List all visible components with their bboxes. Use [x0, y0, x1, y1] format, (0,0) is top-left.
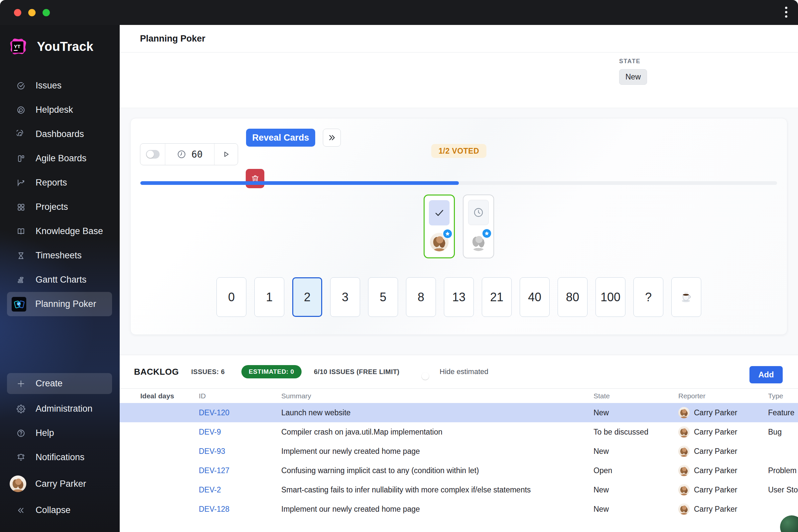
poker-card-0[interactable]: 0 — [216, 277, 246, 317]
voted-count-badge: 1/2 VOTED — [431, 144, 487, 158]
issue-id-link[interactable]: DEV-2 — [199, 486, 221, 494]
user-menu[interactable]: Carry Parker — [7, 470, 120, 498]
vote-progress-bar — [140, 181, 777, 185]
participant-card-voted[interactable] — [424, 194, 455, 258]
issue-id-link[interactable]: DEV-9 — [199, 428, 221, 437]
sidebar-item-label: Gantt Charts — [36, 274, 87, 285]
issue-state: New — [593, 408, 609, 417]
sidebar-item-label: Planning Poker — [35, 299, 96, 309]
poker-card-2-selected[interactable]: 2 — [292, 277, 322, 317]
column-header-ideal-days: Ideal days — [140, 392, 174, 400]
book-icon — [17, 227, 25, 236]
svg-text:YT: YT — [14, 43, 21, 49]
avatar — [678, 445, 690, 457]
plus-icon — [17, 379, 25, 388]
avatar — [678, 484, 690, 495]
issue-reporter: Carry Parker — [678, 484, 737, 495]
sidebar-nav: Issues Helpdesk Dashboards Agile Boards … — [0, 74, 120, 316]
poker-card-13[interactable]: 13 — [444, 277, 474, 317]
add-issue-button[interactable]: Add — [749, 366, 783, 383]
poker-card-40[interactable]: 40 — [520, 277, 550, 317]
issue-id-link[interactable]: DEV-120 — [199, 408, 229, 417]
table-row[interactable]: DEV-2 Smart-casting fails to infer nulla… — [120, 480, 798, 499]
issue-id-link[interactable]: DEV-127 — [199, 466, 229, 475]
zoom-window-button[interactable] — [42, 9, 50, 16]
state-value-badge[interactable]: New — [619, 69, 647, 85]
avatar — [678, 426, 690, 438]
sidebar-item-knowledge-base[interactable]: Knowledge Base — [7, 219, 112, 243]
timer-seconds-value[interactable]: 60 — [191, 149, 203, 160]
issue-summary: Compiler crash on java.util.Map implemen… — [281, 428, 442, 437]
sidebar-item-label: Projects — [36, 202, 68, 212]
sidebar-item-label: Administration — [36, 404, 92, 414]
issue-summary: Confusing warning implicit cast to any (… — [281, 466, 479, 475]
more-actions-button[interactable] — [323, 129, 341, 147]
sidebar-item-agile-boards[interactable]: Agile Boards — [7, 146, 112, 171]
kebab-menu-icon[interactable] — [785, 7, 787, 18]
sidebar-item-gantt-charts[interactable]: Gantt Charts — [7, 268, 112, 292]
issue-id-link[interactable]: DEV-128 — [199, 505, 229, 514]
gantt-icon — [17, 276, 25, 284]
poker-card-3[interactable]: 3 — [330, 277, 360, 317]
reveal-cards-button[interactable]: Reveal Cards — [246, 129, 315, 147]
page-title: Planning Poker — [140, 34, 206, 44]
youtrack-logo[interactable]: YT YouTrack — [7, 36, 120, 58]
window-controls — [0, 9, 50, 16]
avatar — [678, 407, 690, 418]
sidebar-item-helpdesk[interactable]: Helpdesk — [7, 98, 112, 122]
sidebar-item-label: Agile Boards — [36, 153, 87, 164]
delete-round-button[interactable] — [246, 169, 264, 188]
timer-toggle[interactable] — [146, 150, 159, 158]
create-button[interactable]: Create — [7, 373, 112, 394]
poker-card-coffee[interactable] — [671, 277, 701, 317]
sidebar-item-timesheets[interactable]: Timesheets — [7, 243, 112, 268]
issue-state: To be discussed — [593, 428, 648, 437]
table-row[interactable]: DEV-120 Launch new website New Carry Par… — [120, 403, 798, 422]
poker-card-8[interactable]: 8 — [406, 277, 436, 317]
poker-card-21[interactable]: 21 — [482, 277, 512, 317]
sidebar-item-notifications[interactable]: Notifications — [7, 445, 112, 470]
sidebar-item-administration[interactable]: Administration — [7, 397, 112, 421]
sidebar-item-issues[interactable]: Issues — [7, 74, 112, 98]
sidebar-item-label: Dashboards — [36, 129, 84, 139]
grid-icon — [17, 203, 25, 211]
backlog-table-header: Ideal days ID Summary State Reporter Typ… — [120, 388, 798, 403]
start-timer-button[interactable] — [214, 144, 238, 165]
minimize-window-button[interactable] — [28, 9, 36, 16]
reporter-name: Carry Parker — [694, 466, 737, 475]
sidebar-item-planning-poker[interactable]: Planning Poker — [7, 292, 112, 316]
coffee-icon — [680, 291, 693, 304]
avatar — [678, 504, 690, 515]
sidebar-item-projects[interactable]: Projects — [7, 195, 112, 219]
poker-card-5[interactable]: 5 — [368, 277, 398, 317]
sidebar-item-dashboards[interactable]: Dashboards — [7, 122, 112, 146]
table-row[interactable]: DEV-9 Compiler crash on java.util.Map im… — [120, 422, 798, 441]
play-icon — [222, 150, 231, 159]
sidebar-item-reports[interactable]: Reports — [7, 171, 112, 195]
participant-card-waiting[interactable] — [463, 194, 494, 258]
reporter-name: Carry Parker — [694, 505, 737, 514]
poker-card-1[interactable]: 1 — [254, 277, 284, 317]
state-field: STATE New — [619, 58, 647, 85]
issue-id-link[interactable]: DEV-93 — [199, 447, 225, 456]
poker-card-100[interactable]: 100 — [595, 277, 625, 317]
poker-card-80[interactable]: 80 — [557, 277, 588, 317]
issue-reporter: Carry Parker — [678, 445, 737, 457]
issue-type: Bug — [768, 428, 782, 437]
poker-card-question[interactable]: ? — [633, 277, 663, 317]
issue-summary: Launch new website — [281, 408, 350, 417]
sidebar-item-label: Helpdesk — [36, 105, 73, 115]
table-row[interactable]: DEV-93 Implement our newly created home … — [120, 441, 798, 461]
collapse-sidebar-button[interactable]: Collapse — [7, 498, 120, 522]
issue-type: Feature — [768, 408, 794, 417]
hide-estimated-label: Hide estimated — [440, 367, 489, 376]
reporter-name: Carry Parker — [694, 447, 737, 456]
table-row[interactable]: DEV-128 Implement our newly created home… — [120, 499, 798, 519]
chart-line-icon — [17, 178, 25, 187]
poker-panel-zone: 60 Reveal Cards 1/2 VOTED — [120, 108, 798, 355]
table-row[interactable]: DEV-127 Confusing warning implicit cast … — [120, 461, 798, 480]
backlog-title: BACKLOG — [134, 367, 179, 377]
close-window-button[interactable] — [14, 9, 21, 16]
sidebar-item-help[interactable]: Help — [7, 421, 112, 445]
moderator-star-badge — [442, 229, 453, 239]
